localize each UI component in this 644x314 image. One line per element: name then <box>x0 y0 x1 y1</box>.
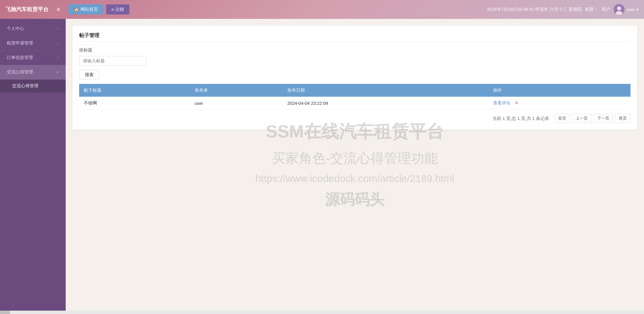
menu-icon[interactable]: ≡ <box>54 5 63 14</box>
watermark-line2: 买家角色-交流心得管理功能 <box>255 149 454 167</box>
home-button[interactable]: 🏠 网站首页 <box>68 4 103 14</box>
watermark: SSM在线汽车租赁平台 买家角色-交流心得管理功能 https://www.ic… <box>255 120 454 210</box>
pagination: 当前 1 页,总 1 页,共 1 条记录 首页 上一页 下一页 尾页 <box>79 114 631 123</box>
watermark-line4: 源码码头 <box>255 190 454 210</box>
pagination-info: 当前 1 页,总 1 页,共 1 条记录 <box>492 116 549 122</box>
sidebar-item-order-management[interactable]: 订单信息管理 › <box>0 51 66 65</box>
table-row: 不错啊 user 2024-04-04 23:22:09 查看评论 ✕ <box>79 97 631 110</box>
view-comments-link[interactable]: 查看评论 <box>493 100 511 105</box>
logout-icon: ≡ <box>111 7 114 12</box>
delete-post-icon[interactable]: ✕ <box>515 100 518 105</box>
sidebar-arrow-icon: › <box>58 27 59 31</box>
sidebar-item-label: 订单信息管理 <box>7 55 33 61</box>
col-date: 发布日期 <box>283 84 488 97</box>
last-page-button[interactable]: 尾页 <box>615 114 631 123</box>
main-layout: 个人中心 › 租赁申请管理 › 订单信息管理 › 交流心得管理 ∨ 交流心得管理… <box>0 19 644 311</box>
permission-value: 用户 <box>602 6 610 12</box>
col-author: 发布者 <box>190 84 283 97</box>
sidebar-item-label: 个人中心 <box>7 26 24 32</box>
logout-button[interactable]: ≡ 注销 <box>106 4 130 14</box>
app-logo: 飞驰汽车租赁平台 <box>5 6 49 13</box>
filter-label: 按标题 <box>79 47 631 53</box>
table-header-row: 帖子标题 发布者 发布日期 操作 <box>79 84 631 97</box>
header-nav: 🏠 网站首页 ≡ 注销 <box>68 4 130 14</box>
posts-table: 帖子标题 发布者 发布日期 操作 不错啊 user 2024-04-04 23:… <box>79 84 631 110</box>
cell-post-title: 不错啊 <box>79 97 190 110</box>
watermark-line3: https://www.icodedock.com/article/2189.h… <box>255 173 454 184</box>
sidebar-sub-item-exchange[interactable]: 交流心得管理 <box>0 80 66 93</box>
sidebar-item-personal-center[interactable]: 个人中心 › <box>0 22 66 36</box>
avatar <box>614 4 624 15</box>
horizontal-scrollbar[interactable] <box>0 311 644 314</box>
datetime-text: 2024年7月18日10:49:41 甲辰年 六月十三 星期四 <box>487 6 582 12</box>
sidebar-arrow-icon: › <box>58 41 59 45</box>
table-header: 帖子标题 发布者 发布日期 操作 <box>79 84 631 97</box>
col-action: 操作 <box>488 84 631 97</box>
sidebar-item-label: 租赁申请管理 <box>7 40 33 46</box>
username-text: user <box>626 7 635 12</box>
search-button[interactable]: 搜索 <box>79 70 99 80</box>
content-area: SSM在线汽车租赁平台 买家角色-交流心得管理功能 https://www.ic… <box>66 19 644 311</box>
next-page-button[interactable]: 下一页 <box>593 114 613 123</box>
cell-post-date: 2024-04-04 23:22:09 <box>283 97 488 110</box>
sidebar-item-rental-management[interactable]: 租赁申请管理 › <box>0 36 66 51</box>
sidebar-item-label: 交流心得管理 <box>7 69 33 75</box>
cell-post-actions: 查看评论 ✕ <box>488 97 631 110</box>
filter-row: 按标题 搜索 <box>79 47 631 80</box>
svg-point-1 <box>617 6 621 10</box>
prev-page-button[interactable]: 上一页 <box>572 114 591 123</box>
col-title: 帖子标题 <box>79 84 190 97</box>
header: 飞驰汽车租赁平台 ≡ 🏠 网站首页 ≡ 注销 2024年7月18日10:49:4… <box>0 0 644 19</box>
post-management-card: 帖子管理 按标题 搜索 帖子标题 发布者 发布日期 <box>72 26 637 130</box>
dropdown-arrow-icon: ▾ <box>636 7 639 12</box>
scrollbar-thumb[interactable] <box>0 311 10 314</box>
sidebar-arrow-icon: › <box>58 56 59 60</box>
permission-label: 权限： <box>585 6 598 12</box>
user-info[interactable]: user ▾ <box>614 4 639 15</box>
cell-post-author: user <box>190 97 283 110</box>
card-title: 帖子管理 <box>79 32 631 42</box>
header-right: 2024年7月18日10:49:41 甲辰年 六月十三 星期四 权限： 用户 u… <box>487 4 639 15</box>
table-body: 不错啊 user 2024-04-04 23:22:09 查看评论 ✕ <box>79 97 631 110</box>
title-search-input[interactable] <box>79 56 147 66</box>
sidebar-sub-item-label: 交流心得管理 <box>12 83 38 88</box>
home-icon: 🏠 <box>74 7 79 12</box>
first-page-button[interactable]: 首页 <box>554 114 570 123</box>
sidebar-item-exchange-management[interactable]: 交流心得管理 ∨ <box>0 65 66 80</box>
user-dropdown[interactable]: user ▾ <box>626 7 639 12</box>
avatar-image <box>614 4 624 15</box>
sidebar: 个人中心 › 租赁申请管理 › 订单信息管理 › 交流心得管理 ∨ 交流心得管理 <box>0 19 66 311</box>
sidebar-arrow-icon: ∨ <box>56 70 59 74</box>
